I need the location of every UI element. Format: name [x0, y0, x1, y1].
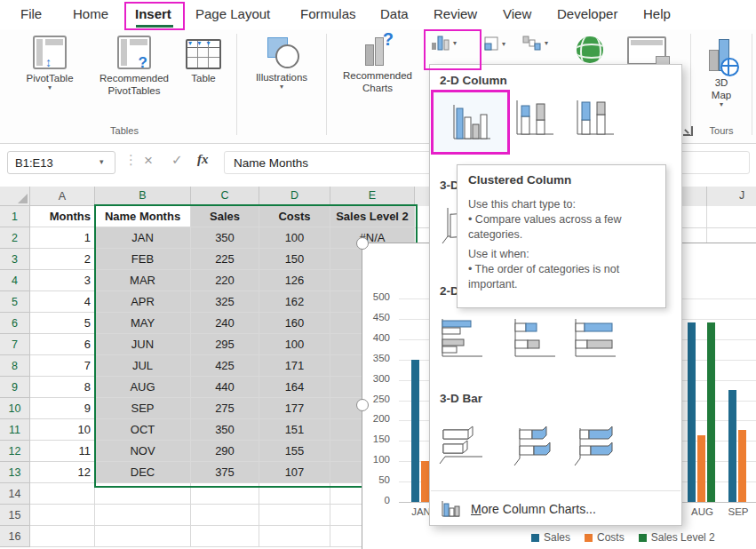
- cell[interactable]: OCT: [95, 419, 191, 441]
- cell[interactable]: 325: [191, 291, 259, 313]
- cell[interactable]: 295: [191, 334, 259, 355]
- cell[interactable]: 290: [191, 441, 259, 462]
- cell[interactable]: SEP: [95, 398, 191, 419]
- cell[interactable]: AUG: [95, 377, 191, 398]
- cell[interactable]: 177: [259, 398, 330, 419]
- row-header[interactable]: 1: [0, 206, 30, 227]
- cell[interactable]: 171: [259, 355, 330, 377]
- cell[interactable]: MAY: [95, 313, 191, 334]
- cell[interactable]: 155: [259, 441, 330, 462]
- tab-developer[interactable]: Developer: [557, 6, 617, 21]
- cell[interactable]: 375: [191, 462, 259, 483]
- row-header[interactable]: 15: [0, 505, 30, 526]
- stacked-100-bar-option[interactable]: [567, 312, 622, 365]
- row-header[interactable]: 16: [0, 526, 30, 547]
- cell[interactable]: JAN: [95, 227, 191, 249]
- cell[interactable]: [191, 526, 259, 547]
- cell[interactable]: JUL: [95, 355, 191, 377]
- tab-review[interactable]: Review: [434, 6, 477, 21]
- cell[interactable]: 107: [259, 462, 330, 483]
- tab-page-layout[interactable]: Page Layout: [195, 6, 270, 21]
- chart-resize-handle[interactable]: [356, 237, 369, 250]
- cell[interactable]: 1: [30, 227, 95, 249]
- pivotchart-button[interactable]: [627, 36, 666, 65]
- cell[interactable]: 6: [30, 334, 95, 355]
- tab-file[interactable]: File: [20, 6, 42, 21]
- select-all-corner[interactable]: [0, 187, 30, 206]
- 3d-stacked-100-bar-option[interactable]: [567, 418, 622, 472]
- tab-home[interactable]: Home: [73, 6, 108, 21]
- cell[interactable]: 220: [191, 270, 259, 291]
- cell[interactable]: [30, 483, 95, 505]
- cell[interactable]: Costs: [259, 206, 330, 227]
- 3d-stacked-bar-option[interactable]: [506, 418, 561, 472]
- cancel-icon[interactable]: ×: [144, 152, 153, 170]
- cell[interactable]: 150: [259, 249, 330, 270]
- insert-function-icon[interactable]: fx: [197, 152, 209, 167]
- row-header[interactable]: 7: [0, 334, 30, 355]
- col-header-j[interactable]: J: [706, 189, 756, 202]
- cell[interactable]: 100: [259, 227, 330, 249]
- row-header[interactable]: 9: [0, 377, 30, 398]
- cell[interactable]: 350: [191, 419, 259, 441]
- cell[interactable]: Months: [30, 206, 95, 227]
- cell[interactable]: 100: [259, 334, 330, 355]
- cell[interactable]: Sales: [191, 206, 259, 227]
- cell[interactable]: 225: [191, 249, 259, 270]
- tab-view[interactable]: View: [503, 6, 531, 21]
- cell[interactable]: [259, 483, 330, 505]
- cell[interactable]: [191, 483, 259, 505]
- 3d-map-button[interactable]: 3D Map ▾: [695, 34, 748, 108]
- cell[interactable]: 425: [191, 355, 259, 377]
- recommended-charts-button[interactable]: ? Recommended Charts: [330, 36, 425, 94]
- cell[interactable]: [30, 526, 95, 547]
- recommended-pivottables-button[interactable]: ? Recommended PivotTables: [85, 36, 183, 97]
- tab-formulas[interactable]: Formulas: [300, 6, 356, 21]
- cell[interactable]: 8: [30, 377, 95, 398]
- chevron-down-icon[interactable]: ▾: [99, 157, 104, 166]
- row-header[interactable]: 14: [0, 483, 30, 505]
- cell[interactable]: 164: [259, 377, 330, 398]
- cell[interactable]: [95, 505, 191, 526]
- cell[interactable]: [30, 505, 95, 526]
- tab-data[interactable]: Data: [380, 6, 409, 21]
- enter-icon[interactable]: ✓: [171, 152, 183, 168]
- 3d-clustered-bar-option[interactable]: [434, 418, 489, 472]
- cell[interactable]: 3: [30, 270, 95, 291]
- row-header[interactable]: 2: [0, 227, 30, 249]
- cell[interactable]: [259, 526, 330, 547]
- insert-waterfall-chart-button[interactable]: ▾: [522, 35, 548, 51]
- table-button[interactable]: Table: [176, 36, 231, 84]
- row-header[interactable]: 5: [0, 291, 30, 313]
- cell[interactable]: 2: [30, 249, 95, 270]
- cell[interactable]: 4: [30, 291, 95, 313]
- row-header[interactable]: 10: [0, 398, 30, 419]
- row-header[interactable]: 4: [0, 270, 30, 291]
- chart-resize-handle[interactable]: [356, 399, 369, 411]
- tab-help[interactable]: Help: [643, 6, 671, 21]
- illustrations-button[interactable]: Illustrations ▾: [243, 36, 320, 91]
- col-header-a[interactable]: A: [30, 187, 95, 206]
- cell[interactable]: 5: [30, 313, 95, 334]
- col-header-d[interactable]: D: [259, 187, 330, 206]
- insert-map-button[interactable]: [577, 36, 603, 63]
- row-header[interactable]: 12: [0, 441, 30, 462]
- row-header[interactable]: 6: [0, 313, 30, 334]
- cell[interactable]: 162: [259, 291, 330, 313]
- cell[interactable]: 160: [259, 313, 330, 334]
- stacked-100-column-option[interactable]: [567, 92, 622, 145]
- cell[interactable]: JUN: [95, 334, 191, 355]
- cell[interactable]: 126: [259, 270, 330, 291]
- charts-dialog-launcher-icon[interactable]: [683, 126, 693, 136]
- cell[interactable]: NOV: [95, 441, 191, 462]
- col-header-c[interactable]: C: [191, 187, 259, 206]
- cell[interactable]: Sales Level 2: [330, 206, 415, 227]
- cell[interactable]: 9: [30, 398, 95, 419]
- clustered-column-option[interactable]: [431, 90, 510, 155]
- cell[interactable]: 275: [191, 398, 259, 419]
- col-header-b[interactable]: B: [95, 187, 191, 206]
- row-header[interactable]: 11: [0, 419, 30, 441]
- col-header-e[interactable]: E: [330, 187, 415, 206]
- cell[interactable]: 12: [30, 462, 95, 483]
- cell[interactable]: 151: [259, 419, 330, 441]
